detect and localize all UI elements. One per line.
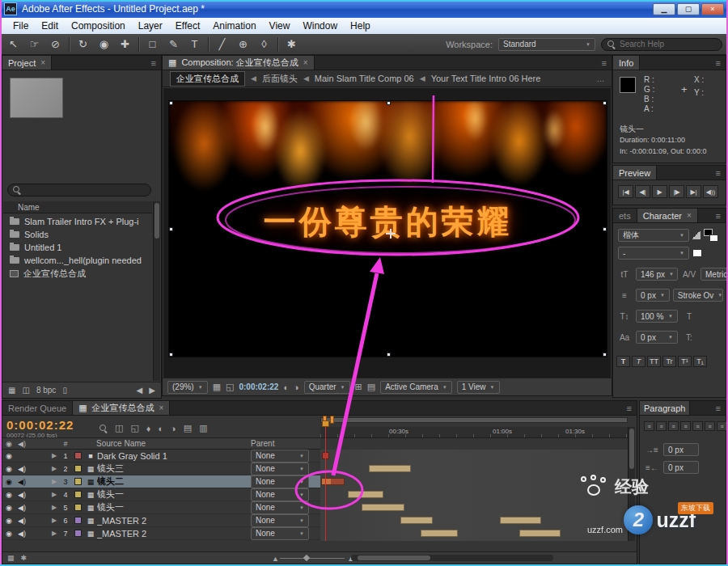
previous-frame-button[interactable]: ◀|	[635, 185, 650, 198]
camera-tool[interactable]: ◉	[96, 36, 112, 52]
minimize-button[interactable]: ▁	[653, 3, 675, 15]
audio-toggle-button[interactable]: ◀))	[703, 185, 718, 198]
audio-icon[interactable]: ◀)	[15, 504, 28, 512]
timeline-timecode[interactable]: 0:00:02:22	[6, 418, 74, 432]
visibility-eye-icon[interactable]: ◉	[2, 504, 15, 512]
layer-row[interactable]: ◉ ◀) ▶ 5 ▦ 镜头一 None▼	[2, 501, 320, 514]
selection-handle[interactable]	[169, 353, 173, 357]
audio-icon[interactable]: ◀)	[15, 478, 28, 486]
panel-menu-icon[interactable]: ≡	[151, 58, 156, 68]
tab-info[interactable]: Info	[613, 56, 640, 70]
selection-handle[interactable]	[387, 101, 391, 105]
help-search-input[interactable]	[620, 40, 709, 49]
tab-character[interactable]: Character ×	[637, 209, 698, 222]
eraser-tool[interactable]: ◊	[256, 36, 272, 52]
audio-column-icon[interactable]: ◀)	[15, 440, 28, 448]
project-bit-depth[interactable]: 8 bpc	[36, 386, 56, 395]
visibility-eye-icon[interactable]: ◉	[2, 465, 15, 473]
breadcrumb-current[interactable]: 企业宣传总合成	[170, 71, 245, 87]
parent-select[interactable]: None▼	[251, 527, 309, 540]
audio-icon[interactable]: ◀)	[15, 491, 28, 499]
close-button[interactable]: ×	[701, 3, 724, 15]
play-button[interactable]: ▶	[652, 185, 667, 198]
font-style-select[interactable]: - ▼	[618, 247, 689, 260]
view-layout-select[interactable]: 1 View ▼	[457, 381, 500, 394]
selection-handle[interactable]	[169, 101, 173, 105]
region-icon[interactable]: ⊞	[355, 382, 362, 392]
label-color-chip[interactable]	[74, 530, 82, 537]
indent-right-value[interactable]: 0 px	[663, 461, 699, 474]
project-search-input[interactable]	[25, 186, 122, 195]
brainstorm-icon[interactable]: ▤	[184, 423, 192, 433]
layer-row[interactable]: ◉ ◀) ▶ 4 ▦ 镜头一 None▼	[2, 488, 320, 501]
layer-name[interactable]: Dark Gray Solid 1	[97, 451, 251, 461]
last-frame-button[interactable]: ▶|	[686, 185, 701, 198]
comp-flowchart-icon[interactable]: ◫	[115, 423, 123, 433]
help-search-box[interactable]	[601, 38, 722, 51]
twirl-icon[interactable]: ▶	[49, 530, 59, 537]
faux-italic-button[interactable]: T	[632, 356, 645, 367]
zoom-tool[interactable]: ⊘	[48, 36, 63, 52]
channels-icon[interactable]: ◑	[294, 382, 299, 392]
source-name-header[interactable]: Source Name	[96, 439, 251, 448]
breadcrumb-item[interactable]: Main Slam Title Comp 06	[315, 74, 414, 83]
twirl-icon[interactable]: ▶	[49, 517, 59, 524]
selection-handle[interactable]	[603, 101, 607, 105]
menu-animation[interactable]: Animation	[206, 20, 262, 32]
project-search-box[interactable]	[7, 184, 151, 196]
layer-row[interactable]: ◉ ▶ 1 ■ Dark Gray Solid 1 None▼	[2, 450, 320, 463]
font-family-select[interactable]: 楷体 ▼	[618, 229, 689, 242]
title-bar[interactable]: Ae Adobe After Effects - Untitled Projec…	[0, 0, 728, 18]
tab-preview[interactable]: Preview	[613, 166, 657, 180]
layer-name[interactable]: 镜头二	[97, 475, 251, 488]
leading-select[interactable]: 0 px ▼	[636, 289, 670, 302]
tab-effects-presets-partial[interactable]: ets	[613, 209, 637, 222]
project-item[interactable]: Untitled 1	[3, 241, 152, 254]
zoom-out-mountain-icon[interactable]: ▲	[272, 555, 279, 563]
faux-bold-button[interactable]: T	[616, 356, 630, 367]
parent-select[interactable]: None▼	[251, 463, 309, 475]
expand-icon[interactable]: ✱	[21, 554, 28, 562]
parent-select[interactable]: None▼	[251, 501, 309, 514]
hide-shy-icon[interactable]: ♦	[146, 424, 151, 433]
tab-timeline-comp[interactable]: ▦ 企业宣传总合成 ×	[73, 401, 170, 415]
audio-icon[interactable]: ◀)	[15, 517, 28, 525]
tab-composition[interactable]: ▦ Composition: 企业宣传总合成 ×	[163, 56, 315, 70]
menu-layer[interactable]: Layer	[132, 20, 169, 32]
panel-menu-icon[interactable]: ≡	[716, 58, 721, 68]
work-area-bar[interactable]	[320, 417, 628, 423]
layer-name[interactable]: _MASTER 2	[97, 516, 251, 526]
font-size-select[interactable]: 146 px ▼	[636, 268, 678, 281]
superscript-button[interactable]: T¹	[678, 356, 692, 367]
eyedropper-icon[interactable]	[692, 231, 700, 239]
draft-3d-icon[interactable]: ◱	[130, 423, 138, 433]
stroke-style-select[interactable]: Stroke Ov ▼	[673, 289, 723, 302]
menu-effect[interactable]: Effect	[169, 20, 206, 32]
visibility-eye-icon[interactable]: ◉	[2, 478, 15, 486]
breadcrumb-item[interactable]: 后面镜头	[262, 73, 298, 85]
parent-select[interactable]: None▼	[251, 488, 309, 501]
project-item[interactable]: wellcom..._hell(plugin needed	[3, 254, 152, 267]
rotation-tool[interactable]: ↻	[75, 36, 91, 52]
tab-project[interactable]: Project ×	[2, 56, 52, 70]
layer-duration-bar[interactable]	[519, 530, 561, 537]
eye-column-icon[interactable]: ◉	[2, 440, 15, 448]
project-item[interactable]: Solids	[3, 228, 152, 241]
project-item[interactable]: Slam Trailer Intro FX + Plug-i	[3, 215, 152, 228]
hand-tool[interactable]: ☞	[27, 36, 42, 52]
interpret-footage-icon[interactable]: ▦	[8, 386, 15, 395]
menu-window[interactable]: Window	[296, 20, 344, 32]
close-icon[interactable]: ×	[40, 58, 45, 67]
close-icon[interactable]: ×	[159, 403, 164, 412]
parent-select[interactable]: None▼	[251, 450, 309, 463]
timeline-horizontal-scrollbar[interactable]	[351, 555, 553, 561]
kerning-select[interactable]: Metrics	[700, 268, 728, 281]
menu-view[interactable]: View	[263, 20, 297, 32]
breadcrumb-more[interactable]: ...	[597, 74, 604, 83]
panel-menu-icon[interactable]: ≡	[716, 211, 721, 221]
visibility-eye-icon[interactable]: ◉	[2, 530, 15, 538]
tab-paragraph[interactable]: Paragraph	[640, 401, 690, 415]
menu-composition[interactable]: Composition	[65, 20, 132, 32]
label-color-chip[interactable]	[74, 504, 82, 511]
zoom-knob[interactable]	[303, 555, 310, 561]
